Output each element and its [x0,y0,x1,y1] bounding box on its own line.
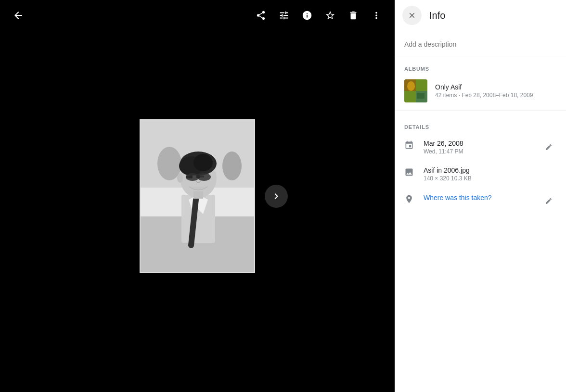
toolbar [0,0,395,31]
adjust-button[interactable] [273,5,295,26]
svg-point-24 [407,81,415,91]
close-button[interactable] [402,6,422,25]
info-panel: Info ALBUMS Only Asif 42 items · Feb 28,… [395,0,566,392]
svg-rect-25 [417,93,424,99]
favorite-button[interactable] [320,5,341,26]
location-detail-content[interactable]: Where was this taken? [424,193,531,202]
more-button[interactable] [366,5,387,26]
info-header: Info [395,0,566,31]
delete-button[interactable] [343,5,364,26]
date-edit-button[interactable] [541,139,556,155]
svg-point-13 [193,154,213,171]
svg-point-4 [222,152,242,180]
info-title: Info [429,10,445,21]
back-button[interactable] [8,5,29,26]
photo-image [140,119,255,273]
svg-rect-17 [186,176,193,178]
file-primary: Asif in 2006.jpg [424,166,556,174]
album-meta: 42 items · Feb 28, 2008–Feb 18, 2009 [435,92,556,99]
details-section-label: DETAILS [395,114,566,134]
date-primary: Mar 26, 2008 [424,139,531,147]
calendar-icon [404,140,414,150]
share-button[interactable] [250,5,271,26]
file-detail-row: Asif in 2006.jpg 140 × 320 10.3 KB [395,161,566,188]
date-detail-content: Mar 26, 2008 Wed, 11:47 PM [424,139,531,155]
svg-rect-19 [193,191,203,199]
photo-container [140,119,255,273]
info-button[interactable] [296,5,318,26]
svg-rect-18 [196,175,200,178]
image-icon [404,167,414,177]
album-row[interactable]: Only Asif 42 items · Feb 28, 2008–Feb 18… [395,76,566,106]
photo-area [0,0,395,392]
location-icon [404,194,414,204]
next-button[interactable] [265,185,288,208]
albums-section-label: ALBUMS [395,56,566,76]
file-detail-content: Asif in 2006.jpg 140 × 320 10.3 KB [424,166,556,182]
svg-point-20 [177,173,183,183]
divider-1 [395,110,566,111]
album-info: Only Asif 42 items · Feb 28, 2008–Feb 18… [435,83,556,99]
location-edit-button[interactable] [541,193,556,209]
date-secondary: Wed, 11:47 PM [424,148,531,155]
album-name: Only Asif [435,83,556,91]
description-input[interactable] [395,35,566,56]
date-detail-row: Mar 26, 2008 Wed, 11:47 PM [395,134,566,161]
location-detail-row: Where was this taken? [395,188,566,215]
location-link[interactable]: Where was this taken? [424,194,492,202]
album-thumbnail [404,79,427,102]
file-secondary: 140 × 320 10.3 KB [424,175,556,182]
toolbar-right [250,5,387,26]
